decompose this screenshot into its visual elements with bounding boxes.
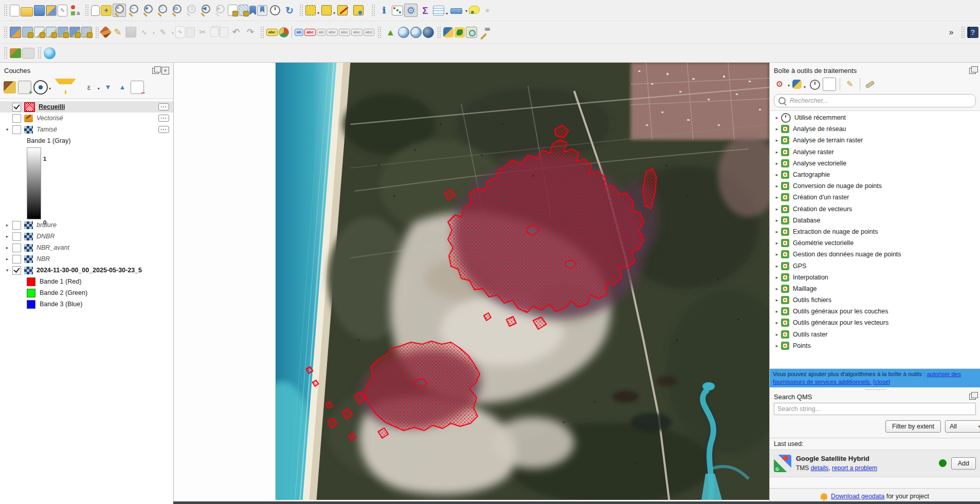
category-expander-icon[interactable]: [773, 275, 781, 280]
last-used-service-item[interactable]: Google Satellite Hybrid TMS details, rep…: [770, 450, 980, 477]
pin-labels-icon[interactable]: ab: [295, 29, 303, 36]
layer-row[interactable]: 2024-11-30-00_00_2025-05-30-23_5: [0, 265, 173, 276]
category-expander-icon[interactable]: [773, 332, 781, 337]
deselect-features-icon[interactable]: [337, 5, 348, 15]
open-project-icon[interactable]: [21, 7, 33, 16]
toolbox-category-row[interactable]: Outils généraux pour les vecteurs: [770, 317, 980, 328]
category-expander-icon[interactable]: [773, 343, 781, 348]
float-panel-icon[interactable]: [969, 68, 976, 74]
service-details-link[interactable]: details: [811, 464, 829, 472]
category-expander-icon[interactable]: [773, 252, 781, 257]
category-expander-icon[interactable]: [773, 264, 781, 269]
expand-all-icon[interactable]: ▼: [102, 81, 114, 94]
layer-row[interactable]: Vectorisé: [0, 113, 173, 124]
measure-icon[interactable]: [450, 4, 463, 17]
highlight-pinned-labels-icon[interactable]: abc: [304, 29, 316, 36]
toolbox-category-row[interactable]: GPS: [770, 260, 980, 271]
statistical-summary-icon[interactable]: Σ: [419, 4, 432, 17]
toolbox-category-row[interactable]: Extraction de nuage de points: [770, 226, 980, 237]
results-viewer-icon[interactable]: [823, 78, 836, 91]
layer-visibility-checkbox[interactable]: [12, 125, 21, 134]
add-group-icon[interactable]: [18, 81, 31, 94]
new-mesh-layer-icon[interactable]: [58, 27, 68, 38]
layer-labeling-icon[interactable]: abc: [266, 29, 278, 36]
category-expander-icon[interactable]: [773, 126, 781, 132]
plugin-tool-icon[interactable]: [10, 48, 21, 58]
layer-row[interactable]: Recueilli: [0, 101, 173, 113]
remove-layer-icon[interactable]: [131, 81, 144, 94]
layer-expander-icon[interactable]: [3, 268, 11, 273]
new-map-view-icon[interactable]: [228, 5, 238, 16]
toolbox-category-row[interactable]: Gestion des données nuage de points: [770, 249, 980, 260]
new-geopackage-icon[interactable]: [46, 27, 57, 38]
category-expander-icon[interactable]: [773, 240, 781, 246]
quickmapservices-search-icon[interactable]: [410, 27, 422, 38]
toolbox-category-row[interactable]: Outils fichiers: [770, 294, 980, 306]
pan-to-selection-icon[interactable]: +: [101, 5, 112, 16]
category-expander-icon[interactable]: [773, 286, 781, 291]
layer-expander-icon[interactable]: [3, 127, 11, 132]
toolbox-category-row[interactable]: Analyse de terrain raster: [770, 135, 980, 146]
filter-legend-icon[interactable]: [55, 79, 76, 97]
category-expander-icon[interactable]: [773, 138, 781, 143]
toolbox-category-row[interactable]: Analyse vectorielle: [770, 158, 980, 169]
category-expander-icon[interactable]: [773, 161, 781, 166]
category-expander-icon[interactable]: [773, 207, 781, 212]
layer-row[interactable]: brulure: [0, 219, 173, 231]
identify-features-icon[interactable]: ℹ: [377, 4, 391, 17]
processing-toolbox-icon[interactable]: ⚙: [404, 4, 418, 17]
refresh-map-icon[interactable]: ↻: [283, 4, 296, 17]
float-panel-icon[interactable]: [152, 68, 159, 74]
layer-indicator-icon[interactable]: [158, 103, 169, 110]
category-expander-icon[interactable]: [773, 218, 781, 223]
symbology-icon[interactable]: a: [68, 4, 82, 17]
new-shapefile-icon[interactable]: [34, 27, 45, 38]
help-icon[interactable]: ?: [967, 27, 978, 38]
toolbox-category-row[interactable]: Création d'un raster: [770, 192, 980, 203]
options-wrench-icon[interactable]: [864, 78, 876, 90]
data-source-manager-icon[interactable]: [10, 27, 21, 38]
layer-row[interactable]: NBR: [0, 253, 173, 265]
select-features-icon[interactable]: [305, 5, 316, 15]
add-vector-layer-icon[interactable]: [22, 27, 33, 38]
category-expander-icon[interactable]: [773, 183, 781, 189]
select-by-value-icon[interactable]: [321, 5, 332, 15]
layer-row[interactable]: NBR_avant: [0, 242, 173, 253]
layer-indicator-icon[interactable]: [158, 126, 169, 133]
zoom-to-layer-icon[interactable]: ▭: [170, 4, 184, 17]
python-scripts-icon[interactable]: [792, 80, 802, 89]
qms-type-dropdown[interactable]: All▾: [945, 420, 980, 433]
show-bookmarks-icon[interactable]: [257, 5, 267, 16]
map-canvas[interactable]: [174, 63, 769, 504]
select-by-location-icon[interactable]: [353, 5, 364, 15]
toggle-editing-icon[interactable]: ✎: [111, 26, 124, 39]
layer-visibility-checkbox[interactable]: [12, 255, 21, 264]
toolbox-search-input[interactable]: [789, 97, 971, 105]
category-expander-icon[interactable]: [773, 229, 781, 234]
collapse-all-icon[interactable]: ▲: [116, 81, 129, 94]
zoom-to-selection-icon[interactable]: □: [156, 4, 169, 17]
new-project-icon[interactable]: [10, 5, 20, 16]
qms-search-box[interactable]: [774, 403, 976, 415]
temporal-controller-icon[interactable]: [268, 4, 282, 17]
layer-visibility-checkbox[interactable]: [12, 244, 21, 252]
layer-visibility-checkbox[interactable]: [12, 221, 21, 230]
layer-indicator-icon[interactable]: [158, 115, 169, 122]
layer-visibility-checkbox[interactable]: [12, 232, 21, 241]
layer-diagram-icon[interactable]: [279, 27, 289, 38]
edit-features-in-place-icon[interactable]: ✎: [844, 78, 856, 90]
toolbox-category-row[interactable]: Géométrie vectorielle: [770, 237, 980, 249]
panel-splitter[interactable]: [770, 387, 980, 392]
new-spatial-bookmark-icon[interactable]: [249, 6, 256, 15]
add-service-button[interactable]: Add: [951, 457, 976, 470]
save-project-icon[interactable]: [34, 5, 45, 16]
filter-by-extent-button[interactable]: Filter by extent: [885, 420, 941, 433]
float-panel-icon[interactable]: [969, 394, 976, 400]
toolbox-category-row[interactable]: Cartographie: [770, 169, 980, 180]
attribute-table-icon[interactable]: [433, 6, 444, 15]
zoom-last-icon[interactable]: ◀: [199, 4, 212, 17]
zoom-out-icon[interactable]: −: [127, 4, 140, 17]
close-panel-icon[interactable]: ×: [161, 67, 169, 74]
statistics-icon[interactable]: [392, 6, 403, 15]
layer-row[interactable]: DNBR: [0, 231, 173, 242]
